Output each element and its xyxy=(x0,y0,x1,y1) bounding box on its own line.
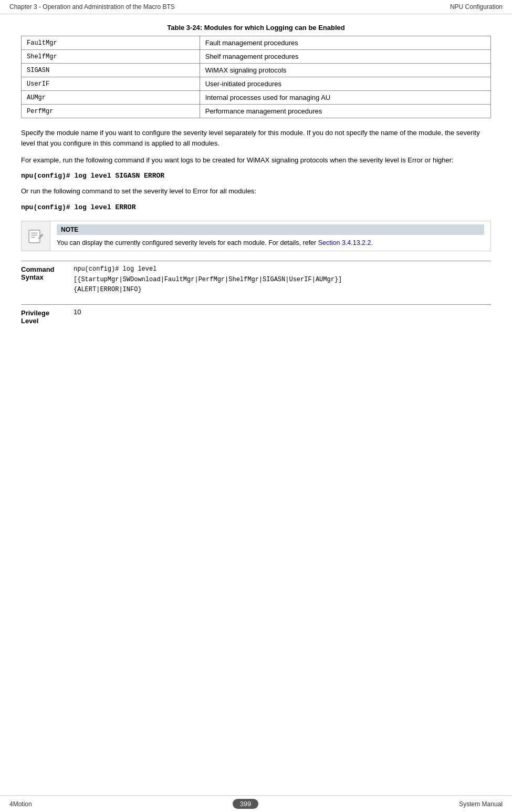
note-link-suffix: . xyxy=(371,239,373,246)
header-right: NPU Configuration xyxy=(450,3,503,11)
table-cell-description: User-initiated procedures xyxy=(200,77,490,91)
table-cell-description: WiMAX signaling protocols xyxy=(200,64,490,77)
table-cell-module: PerfMgr xyxy=(22,105,200,118)
note-box: NOTE You can display the currently confi… xyxy=(21,221,491,252)
table-row: AUMgrInternal processes used for managin… xyxy=(22,91,491,105)
table-title: Table 3-24: Modules for which Logging ca… xyxy=(21,24,491,32)
command-syntax-label: CommandSyntax xyxy=(21,264,74,295)
table-cell-module: SIGASN xyxy=(22,64,200,77)
command-syntax-divider xyxy=(21,261,491,261)
note-content: NOTE You can display the currently confi… xyxy=(50,221,490,251)
table-row: UserIFUser-initiated procedures xyxy=(22,77,491,91)
paragraph-3: Or run the following command to set the … xyxy=(21,186,491,197)
table-cell-module: UserIF xyxy=(22,77,200,91)
table-row: PerfMgrPerformance management procedures xyxy=(22,105,491,118)
note-icon xyxy=(22,221,50,251)
table-cell-description: Internal processes used for managing AU xyxy=(200,91,490,105)
code-block-1: npu(config)# log level SIGASN ERROR xyxy=(21,172,491,180)
table-row: SIGASNWiMAX signaling protocols xyxy=(22,64,491,77)
table-cell-module: ShelfMgr xyxy=(22,50,200,64)
main-content: Table 3-24: Modules for which Logging ca… xyxy=(0,14,512,366)
privilege-level-label: PrivilegeLevel xyxy=(21,308,74,325)
note-text: You can display the currently configured… xyxy=(57,238,484,248)
syntax-line3: {ALERT|ERROR|INFO} xyxy=(74,286,142,293)
page-footer: 4Motion 399 System Manual xyxy=(0,795,512,812)
table-cell-description: Fault management procedures xyxy=(200,36,490,50)
paragraph-1: Specify the module name if you want to c… xyxy=(21,128,491,149)
privilege-level-row: PrivilegeLevel 10 xyxy=(21,308,491,325)
table-row: ShelfMgrShelf management procedures xyxy=(22,50,491,64)
syntax-line2: [{StartupMgr|SWDownload|FaultMgr|PerfMgr… xyxy=(74,276,342,283)
note-pencil-icon xyxy=(27,228,44,244)
syntax-line1: npu(config)# log level xyxy=(74,265,156,273)
note-header: NOTE xyxy=(57,224,484,235)
module-table: FaultMgrFault management proceduresShelf… xyxy=(21,36,491,118)
code-block-2: npu(config)# log level ERROR xyxy=(21,203,491,211)
header-left: Chapter 3 - Operation and Administration… xyxy=(9,3,175,11)
page-header: Chapter 3 - Operation and Administration… xyxy=(0,0,512,14)
privilege-level-value: 10 xyxy=(74,308,491,325)
table-cell-description: Shelf management procedures xyxy=(200,50,490,64)
note-body-text: You can display the currently configured… xyxy=(57,239,318,246)
table-row: FaultMgrFault management procedures xyxy=(22,36,491,50)
privilege-level-divider xyxy=(21,304,491,305)
table-cell-module: FaultMgr xyxy=(22,36,200,50)
table-cell-description: Performance management procedures xyxy=(200,105,490,118)
paragraph-2: For example, run the following command i… xyxy=(21,155,491,166)
table-cell-module: AUMgr xyxy=(22,91,200,105)
footer-page-number: 399 xyxy=(233,799,259,809)
command-syntax-value: npu(config)# log level [{StartupMgr|SWDo… xyxy=(74,264,491,295)
footer-left: 4Motion xyxy=(9,800,32,808)
svg-rect-0 xyxy=(29,230,40,243)
note-link[interactable]: Section 3.4.13.2.2 xyxy=(318,239,371,246)
footer-right: System Manual xyxy=(459,800,503,808)
command-syntax-row: CommandSyntax npu(config)# log level [{S… xyxy=(21,264,491,295)
